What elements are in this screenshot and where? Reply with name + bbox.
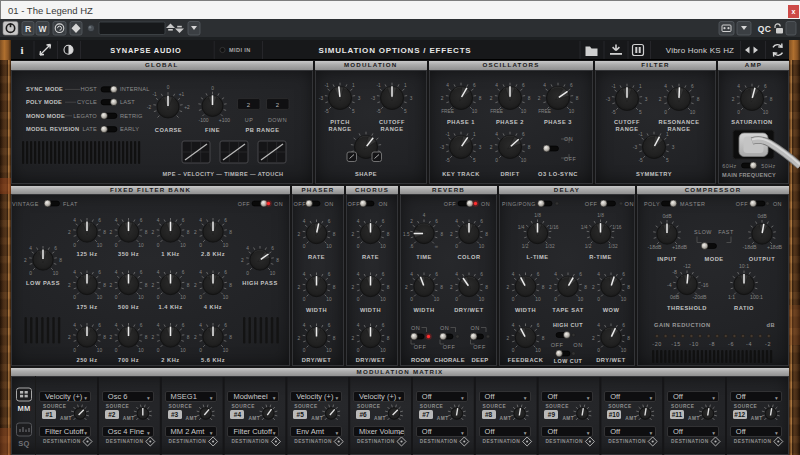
svg-text:CHORALE: CHORALE xyxy=(434,357,465,363)
svg-text:6: 6 xyxy=(579,272,582,277)
svg-text:-15: -15 xyxy=(671,341,680,347)
svg-text:1:1: 1:1 xyxy=(728,294,735,300)
svg-text:10: 10 xyxy=(569,109,575,114)
svg-text:RATE: RATE xyxy=(362,254,379,260)
svg-text:2: 2 xyxy=(109,230,112,235)
svg-text:FREE: FREE xyxy=(441,109,454,114)
svg-text:2: 2 xyxy=(351,232,354,237)
svg-text:6: 6 xyxy=(182,323,185,328)
svg-text:4: 4 xyxy=(495,132,498,137)
svg-text:HIGH CUT: HIGH CUT xyxy=(553,322,583,328)
svg-text:LATE: LATE xyxy=(82,126,97,132)
svg-text:10: 10 xyxy=(180,348,186,353)
svg-text:2: 2 xyxy=(351,336,354,341)
svg-text:8: 8 xyxy=(229,283,232,288)
svg-text:0: 0 xyxy=(199,348,202,353)
svg-text:6: 6 xyxy=(140,218,143,223)
svg-text:0: 0 xyxy=(597,297,600,302)
svg-text:4: 4 xyxy=(512,323,515,328)
svg-text:DRY/WET: DRY/WET xyxy=(356,357,386,363)
svg-text:MM: MM xyxy=(17,404,30,413)
svg-text:6: 6 xyxy=(224,323,227,328)
svg-text:175 Hz: 175 Hz xyxy=(76,304,97,310)
svg-text:10: 10 xyxy=(380,348,386,353)
svg-text:SIMULATION OPTIONS / EFFECTS: SIMULATION OPTIONS / EFFECTS xyxy=(319,46,472,55)
svg-text:R-TIME: R-TIME xyxy=(589,254,612,260)
svg-text:ON: ON xyxy=(440,325,449,331)
svg-text:8: 8 xyxy=(59,258,62,263)
svg-text:4: 4 xyxy=(455,219,458,224)
svg-text:CYCLE: CYCLE xyxy=(77,99,97,105)
svg-text:-1: -1 xyxy=(376,83,381,88)
svg-text:8: 8 xyxy=(627,336,630,341)
svg-text:10: 10 xyxy=(97,243,103,248)
svg-text:10: 10 xyxy=(326,244,332,249)
svg-text:6: 6 xyxy=(570,83,573,88)
svg-text:8: 8 xyxy=(229,230,232,235)
svg-text:.6: .6 xyxy=(410,244,414,249)
svg-text:10:1: 10:1 xyxy=(739,263,749,269)
svg-text:TAPE SAT: TAPE SAT xyxy=(552,307,583,313)
svg-text:0: 0 xyxy=(512,297,515,302)
svg-text:6: 6 xyxy=(764,84,767,89)
svg-text:-1: -1 xyxy=(638,132,643,137)
svg-text:6: 6 xyxy=(140,323,143,328)
svg-text:CUTOFF: CUTOFF xyxy=(614,119,640,125)
svg-text:L-TIME: L-TIME xyxy=(527,254,549,260)
svg-text:8: 8 xyxy=(485,232,488,237)
svg-text:10: 10 xyxy=(138,348,144,353)
svg-text:-4: -4 xyxy=(746,341,752,347)
svg-text:100:1: 100:1 xyxy=(750,294,763,300)
svg-text:10: 10 xyxy=(326,297,332,302)
svg-text:10: 10 xyxy=(521,158,527,163)
svg-text:1.4 KHz: 1.4 KHz xyxy=(158,304,182,310)
svg-text:2: 2 xyxy=(450,232,453,237)
svg-text:4: 4 xyxy=(115,270,118,275)
svg-text:2: 2 xyxy=(151,230,154,235)
svg-text:8: 8 xyxy=(187,283,190,288)
svg-text:TIME: TIME xyxy=(416,254,432,260)
svg-text:-1: -1 xyxy=(324,83,329,88)
svg-text:-5: -5 xyxy=(376,109,381,114)
svg-text:4: 4 xyxy=(737,84,740,89)
svg-text:8: 8 xyxy=(387,232,390,237)
svg-text:ON: ON xyxy=(325,201,334,207)
svg-text:6: 6 xyxy=(435,272,438,277)
svg-text:10: 10 xyxy=(621,348,627,353)
svg-text:8: 8 xyxy=(333,232,336,237)
svg-text:ON: ON xyxy=(470,325,479,331)
svg-text:4: 4 xyxy=(664,84,667,89)
svg-text:2: 2 xyxy=(194,230,197,235)
svg-text:60Hz: 60Hz xyxy=(722,163,737,169)
svg-text:6: 6 xyxy=(328,219,331,224)
svg-text:4: 4 xyxy=(597,272,600,277)
svg-text:-20dB: -20dB xyxy=(693,294,707,300)
svg-text:0dB: 0dB xyxy=(670,294,680,300)
svg-text:2: 2 xyxy=(538,96,541,101)
svg-text:RATIO: RATIO xyxy=(734,305,754,311)
svg-text:4: 4 xyxy=(455,272,458,277)
svg-text:-10: -10 xyxy=(689,341,698,347)
svg-text:2: 2 xyxy=(276,102,280,108)
svg-text:1/8: 1/8 xyxy=(534,213,541,218)
svg-text:ON: ON xyxy=(274,201,283,207)
svg-text:2: 2 xyxy=(659,97,662,102)
svg-text:1 KHz: 1 KHz xyxy=(161,251,179,257)
svg-text:6: 6 xyxy=(382,219,385,224)
svg-text:EARLY: EARLY xyxy=(120,126,139,132)
svg-text:4 KHz: 4 KHz xyxy=(204,304,222,310)
svg-text:2: 2 xyxy=(109,283,112,288)
svg-text:OFF: OFF xyxy=(238,201,250,207)
svg-text:INPUT: INPUT xyxy=(657,256,677,262)
svg-text:1/8: 1/8 xyxy=(597,213,604,218)
svg-text:PHASE 1: PHASE 1 xyxy=(447,119,475,125)
svg-text:5: 5 xyxy=(639,110,642,115)
svg-text:10: 10 xyxy=(138,295,144,300)
svg-text:0: 0 xyxy=(115,348,118,353)
svg-text:6: 6 xyxy=(271,246,274,251)
svg-text:2: 2 xyxy=(351,285,354,290)
svg-text:SQ: SQ xyxy=(18,439,29,448)
svg-text:5: 5 xyxy=(352,109,355,114)
svg-text:0: 0 xyxy=(115,243,118,248)
svg-text:VINTAGE: VINTAGE xyxy=(12,201,39,207)
